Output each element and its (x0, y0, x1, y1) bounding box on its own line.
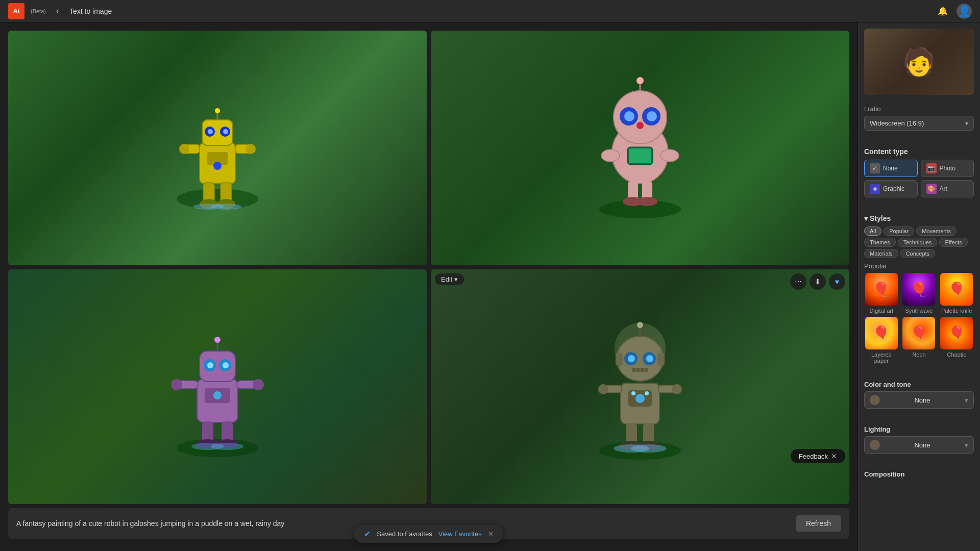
saved-bar-close[interactable]: ✕ (488, 530, 494, 538)
back-button[interactable]: ‹ (52, 4, 63, 18)
image-cell-1[interactable] (8, 31, 427, 265)
color-tone-dropdown[interactable]: None ▾ (864, 391, 974, 409)
filter-materials[interactable]: Materials (864, 249, 898, 258)
styles-section: ▾ Styles All Popular Movements Themes Te… (864, 214, 974, 364)
image-cell-2[interactable] (431, 31, 849, 265)
color-tone-icon (870, 395, 880, 405)
page-title: Text to image (69, 7, 112, 15)
svg-point-20 (211, 204, 241, 210)
download-button[interactable]: ⬇ (810, 273, 826, 290)
style-chaotic[interactable]: 🎈 Chaotic (939, 317, 974, 364)
svg-point-33 (601, 149, 620, 162)
lighting-label: Lighting (864, 425, 974, 433)
content-type-art[interactable]: 🎨 Art (921, 180, 974, 197)
beta-tag: (Beta) (31, 8, 46, 14)
favorite-button[interactable]: ♥ (829, 273, 845, 290)
main-layout: Edit ▾ ⋯ ⬇ ♥ Feedback ✕ ✔ Saved to Favor (0, 22, 980, 551)
style-palette-knife[interactable]: 🎈 Palette knife (939, 273, 974, 314)
canvas-area: Edit ▾ ⋯ ⬇ ♥ Feedback ✕ ✔ Saved to Favor (0, 22, 857, 551)
feedback-close-button[interactable]: ✕ (831, 452, 837, 460)
svg-point-79 (637, 322, 643, 328)
svg-point-42 (213, 391, 222, 399)
svg-rect-24 (629, 148, 651, 163)
style-synthwave[interactable]: 🎈 Synthwave (902, 273, 937, 314)
svg-point-3 (213, 162, 222, 170)
styles-filters: All Popular Movements Themes Techniques … (864, 227, 974, 258)
svg-point-49 (214, 337, 220, 343)
robot-pink-svg (589, 71, 691, 224)
svg-point-29 (647, 111, 657, 121)
user-avatar[interactable]: 👤 (957, 4, 972, 19)
svg-point-47 (223, 362, 229, 368)
svg-point-82 (598, 384, 608, 394)
svg-point-34 (660, 149, 679, 162)
chevron-down-icon: ▾ (965, 396, 968, 404)
divider-4 (864, 417, 974, 417)
edit-button[interactable]: Edit ▾ (435, 273, 464, 285)
svg-point-71 (646, 355, 653, 362)
content-type-photo[interactable]: 📷 Photo (921, 160, 974, 177)
more-options-button[interactable]: ⋯ (790, 273, 806, 290)
view-favorites-link[interactable]: View Favorites (438, 530, 482, 538)
chevron-down-icon: ▾ (965, 441, 968, 449)
style-thumbnails: 🎈 Digital art 🎈 Synthwave (864, 273, 974, 364)
svg-rect-77 (657, 353, 665, 366)
popular-label: Popular (864, 262, 974, 270)
layered-paper-thumb: 🎈 (865, 317, 898, 349)
svg-point-38 (637, 197, 657, 206)
svg-point-46 (207, 362, 213, 368)
image-actions: ⋯ ⬇ ♥ (790, 273, 845, 290)
content-type-none[interactable]: ✓ None (864, 160, 918, 177)
styles-title: ▾ Styles (864, 214, 891, 222)
video-preview: 🧑 (864, 29, 974, 95)
svg-point-65 (631, 391, 635, 395)
style-layered-paper[interactable]: 🎈 Layered paper (864, 317, 899, 364)
color-tone-label: Color and tone (864, 381, 974, 388)
content-type-grid: ✓ None 📷 Photo ◈ Graphic 🎨 Art (864, 160, 974, 197)
divider-3 (864, 372, 974, 372)
filter-techniques[interactable]: Techniques (898, 238, 938, 247)
svg-point-89 (631, 444, 667, 453)
collapse-icon[interactable]: ▾ (864, 214, 868, 222)
image-grid: Edit ▾ ⋯ ⬇ ♥ Feedback ✕ (8, 31, 849, 504)
svg-point-10 (215, 108, 220, 113)
filter-movements[interactable]: Movements (916, 227, 957, 236)
synthwave-thumb: 🎈 (902, 273, 935, 306)
svg-point-70 (628, 355, 635, 362)
image-cell-4[interactable]: Edit ▾ ⋯ ⬇ ♥ Feedback ✕ (431, 269, 849, 504)
feedback-label[interactable]: Feedback (799, 453, 828, 460)
svg-point-8 (223, 129, 228, 134)
neon-thumb: 🎈 (902, 317, 935, 349)
divider-2 (864, 206, 974, 206)
filter-concepts[interactable]: Concepts (900, 249, 935, 258)
digital-art-thumb: 🎈 (865, 273, 898, 306)
robot-purple-svg (166, 310, 268, 463)
svg-point-32 (636, 77, 644, 84)
aspect-ratio-dropdown[interactable]: Widescreen (16:9) ▾ (864, 116, 974, 131)
svg-point-52 (171, 379, 182, 390)
filter-effects[interactable]: Effects (939, 238, 967, 247)
lighting-dropdown[interactable]: None ▾ (864, 436, 974, 454)
filter-themes[interactable]: Themes (864, 238, 896, 247)
style-digital-art[interactable]: 🎈 Digital art (864, 273, 899, 314)
topbar: Ai (Beta) ‹ Text to image 🔔 👤 (0, 0, 980, 22)
robot-yellow-svg (166, 77, 268, 219)
svg-point-59 (211, 443, 243, 450)
art-icon: 🎨 (926, 184, 937, 194)
filter-all[interactable]: All (864, 227, 881, 236)
image-cell-3[interactable] (8, 269, 427, 504)
app-logo: Ai (8, 3, 24, 19)
filter-popular[interactable]: Popular (884, 227, 914, 236)
graphic-icon: ◈ (870, 184, 880, 194)
aspect-ratio-section: t ratio Widescreen (16:9) ▾ (864, 105, 974, 131)
bell-icon[interactable]: 🔔 (935, 4, 950, 19)
feedback-toast: Feedback ✕ (791, 449, 845, 463)
refresh-button[interactable]: Refresh (796, 515, 841, 532)
right-panel: 🧑 t ratio Widescreen (16:9) ▾ Content ty… (857, 22, 980, 551)
content-type-title: Content type (864, 147, 974, 156)
content-type-graphic[interactable]: ◈ Graphic (864, 180, 918, 197)
svg-point-30 (636, 122, 644, 129)
style-neon[interactable]: 🎈 Neon (902, 317, 937, 364)
color-tone-section: Color and tone None ▾ (864, 381, 974, 409)
robot-green-svg (589, 308, 691, 466)
